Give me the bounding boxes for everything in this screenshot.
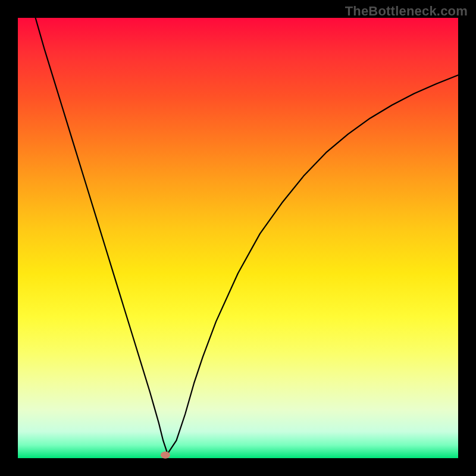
bottleneck-curve xyxy=(18,18,458,458)
chart-plot-area xyxy=(18,18,458,458)
watermark-text: TheBottleneck.com xyxy=(345,4,468,19)
minimum-marker xyxy=(161,452,170,459)
